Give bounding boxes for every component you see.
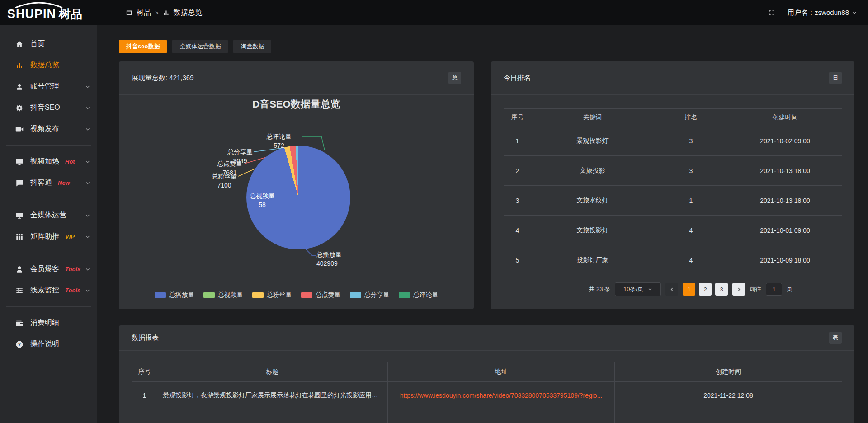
sidebar-item-douyin-seo[interactable]: 抖音SEO (0, 97, 97, 118)
legend-item-1[interactable]: 总视频量 (203, 291, 243, 299)
legend-label: 总分享量 (364, 291, 390, 299)
legend-item-5[interactable]: 总评论量 (399, 291, 439, 299)
legend-label: 总评论量 (413, 291, 439, 299)
report-table: 序号标题地址创建时间1景观投影灯，夜游景观投影灯厂家展示展示落花灯在花园里的灯光… (132, 362, 842, 423)
sidebar-item-account[interactable]: 账号管理 (0, 76, 97, 97)
sidebar-item-matrix-boost[interactable]: 矩阵助推VIP (0, 226, 97, 247)
breadcrumb-current[interactable]: 数据总览 (174, 8, 203, 18)
chevron-down-icon (85, 84, 90, 89)
column-header: 创建时间 (615, 362, 842, 382)
sidebar-item-video-publish[interactable]: 视频发布 (0, 118, 97, 140)
tab-0[interactable]: 抖音seo数据 (119, 40, 167, 53)
user-icon (15, 83, 24, 91)
prev-page-button[interactable] (665, 283, 678, 296)
chevron-down-icon (85, 105, 90, 111)
overview-panel: 展现量总数: 421,369 总 D音SEO数据量总览 总评论量 572 总分享… (119, 61, 474, 309)
legend-item-0[interactable]: 总播放量 (155, 291, 194, 299)
table-cell: 2 (504, 156, 531, 186)
heat-icon (15, 158, 24, 166)
video-link[interactable]: https://www.iesdouyin.com/share/video/70… (388, 382, 615, 409)
page-unit-label: 页 (787, 285, 793, 293)
breadcrumb: 树品 > 数据总览 (126, 0, 203, 25)
sidebar-item-label: 矩阵助推 (30, 232, 59, 241)
sidebar-menu: 首页数据总览账号管理抖音SEO视频发布视频加热Hot抖客通New全媒体运营矩阵助… (0, 25, 97, 423)
chevron-down-icon (85, 288, 90, 293)
sidebar-item-douketong[interactable]: 抖客通New (0, 172, 97, 193)
monitor-icon (15, 212, 24, 220)
ranking-badge-button[interactable]: 日 (829, 72, 842, 84)
home-icon (15, 40, 24, 48)
sidebar-divider (6, 253, 91, 253)
page-size-select[interactable]: 10条/页 (615, 282, 661, 296)
overview-badge-button[interactable]: 总 (448, 72, 461, 84)
sidebar-item-label: 首页 (30, 39, 45, 49)
next-page-button[interactable] (732, 283, 745, 296)
legend-item-4[interactable]: 总分享量 (350, 291, 390, 299)
sidebar-item-badge: VIP (65, 233, 75, 240)
data-source-tabs: 抖音seo数据全媒体运营数据询盘数据 (119, 40, 271, 53)
fullscreen-icon[interactable] (768, 9, 776, 17)
sidebar-item-label: 抖音SEO (30, 103, 60, 113)
sidebar-item-home[interactable]: 首页 (0, 33, 97, 55)
pie-label-plays: 总播放量 402909 (316, 250, 380, 268)
sidebar-item-video-heat[interactable]: 视频加热Hot (0, 151, 97, 172)
table-row (132, 409, 842, 423)
table-cell: 2021-10-01 09:00 (728, 216, 842, 245)
legend-item-3[interactable]: 总点赞量 (301, 291, 341, 299)
chat-icon (15, 179, 24, 187)
chevron-down-icon (85, 159, 90, 164)
legend-item-2[interactable]: 总粉丝量 (252, 291, 292, 299)
sidebar-item-consume-detail[interactable]: 消费明细 (0, 312, 97, 334)
sidebar-item-omni-media[interactable]: 全媒体运营 (0, 205, 97, 226)
table-cell: 1 (654, 186, 728, 216)
pie-label-videos: 总视频量 58 (240, 191, 285, 209)
grid-icon (15, 233, 24, 241)
page-button-3[interactable]: 3 (715, 283, 728, 296)
sidebar-item-leads-monitor[interactable]: 线索监控Tools (0, 280, 97, 301)
table-row: 1景观投影灯32021-10-02 09:00 (504, 126, 842, 156)
page-button-1[interactable]: 1 (683, 283, 695, 296)
sidebar-divider (6, 145, 91, 146)
table-cell: 景观投影灯，夜游景观投影灯厂家展示展示落花灯在花园里的灯光投影应用效果 # (157, 382, 388, 409)
chart-legend: 总播放量总视频量总粉丝量总点赞量总分享量总评论量 (119, 291, 474, 299)
report-panel-title: 数据报表 (132, 334, 159, 342)
page-buttons: 123 (683, 283, 728, 296)
logo[interactable]: SHUPIN树品 (0, 0, 97, 25)
breadcrumb-root[interactable]: 树品 (137, 8, 151, 18)
sidebar-divider (6, 306, 91, 307)
svg-text:?: ? (18, 342, 21, 347)
chevron-down-icon (85, 127, 90, 132)
report-badge-button[interactable]: 表 (829, 332, 842, 344)
pagination: 共 23 条 10条/页 123 前往 页 (491, 282, 854, 296)
chevron-down-icon (85, 213, 90, 218)
sidebar-item-badge: Hot (65, 158, 75, 165)
sidebar-item-data-overview[interactable]: 数据总览 (0, 55, 97, 76)
page-button-2[interactable]: 2 (699, 283, 712, 296)
report-panel: 数据报表 表 序号标题地址创建时间1景观投影灯，夜游景观投影灯厂家展示展示落花灯… (119, 325, 854, 423)
table-cell: 2021-10-13 18:00 (728, 186, 842, 216)
table-cell: 文旅投影 (531, 156, 654, 186)
table-cell: 4 (654, 245, 728, 275)
sidebar-item-badge: Tools (65, 266, 80, 273)
table-cell: 1 (132, 382, 157, 409)
bar-chart-icon (163, 9, 170, 16)
table-cell: 5 (504, 245, 531, 275)
legend-swatch (252, 292, 264, 298)
sidebar-item-label: 线索监控 (30, 286, 59, 295)
table-cell: 1 (504, 126, 531, 156)
tab-1[interactable]: 全媒体运营数据 (172, 40, 228, 53)
sidebar-item-member-burst[interactable]: 会员爆客Tools (0, 258, 97, 280)
gear-icon (15, 104, 24, 112)
user-menu[interactable]: 用户名：zswodun88 (788, 9, 857, 17)
sidebar-item-operation-guide[interactable]: ?操作说明 (0, 334, 97, 355)
member-icon (15, 265, 24, 273)
tab-2[interactable]: 询盘数据 (233, 40, 271, 53)
table-cell (157, 409, 388, 423)
ranking-panel-title: 今日排名 (504, 74, 531, 82)
legend-label: 总粉丝量 (267, 291, 292, 299)
table-cell: 2021-11-22 12:08 (615, 382, 842, 409)
legend-swatch (399, 292, 410, 298)
pie-label-comments: 总评论量 572 (256, 132, 302, 150)
column-header: 序号 (132, 362, 157, 382)
goto-page-input[interactable] (766, 283, 782, 296)
